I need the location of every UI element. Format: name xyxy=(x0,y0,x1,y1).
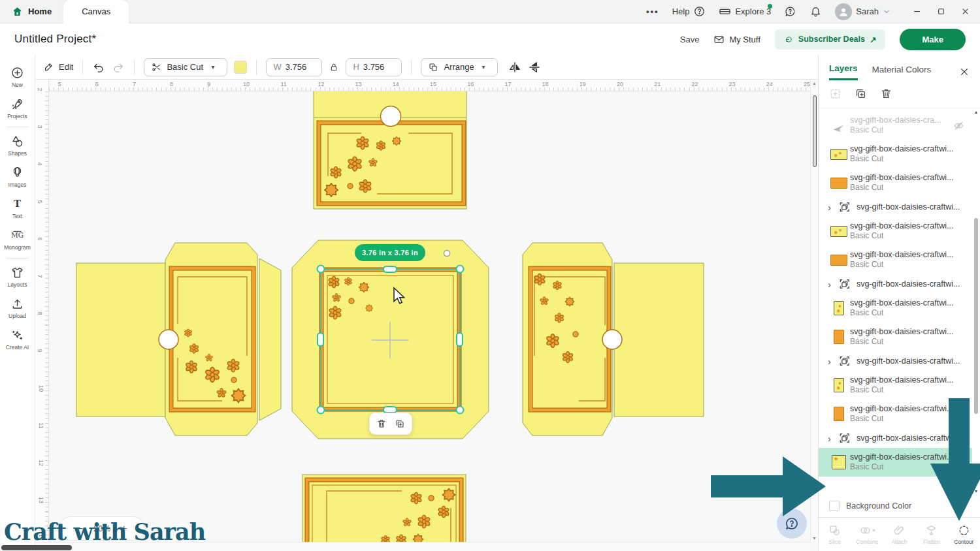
canvas-vertical-scrollbar[interactable]: ▲ ▼ xyxy=(810,80,818,542)
save-button[interactable]: Save xyxy=(680,35,700,44)
chevron-right-icon[interactable]: › xyxy=(828,279,837,290)
my-stuff-button[interactable]: My Stuff xyxy=(713,34,760,45)
close-panel-icon[interactable] xyxy=(959,67,970,77)
sidebar-item-images[interactable]: Images xyxy=(0,161,35,193)
make-button[interactable]: Make xyxy=(900,29,966,50)
color-swatch[interactable] xyxy=(234,61,247,74)
sidebar-item-new[interactable]: New xyxy=(0,61,35,93)
layer-row[interactable]: svg-gift-box-daisies-cra...Basic Cut xyxy=(819,111,972,140)
duplicate-layer-icon[interactable] xyxy=(855,87,867,100)
layer-row[interactable]: svg-gift-box-daisies-craftwi...Basic Cut xyxy=(819,448,972,477)
layer-row[interactable]: svg-gift-box-daisies-craftwi...Basic Cut xyxy=(819,217,972,245)
combine-button[interactable]: ▾Combine xyxy=(851,518,883,551)
resize-handle-s[interactable] xyxy=(384,407,397,413)
tab-layers[interactable]: Layers xyxy=(829,63,858,80)
redo-button[interactable] xyxy=(112,61,125,74)
window-maximize-button[interactable] xyxy=(937,7,945,16)
arrange-select[interactable]: Arrange ▾ xyxy=(421,58,498,76)
sidebar-item-monogram[interactable]: MGMonogram xyxy=(0,224,35,255)
layer-group-row[interactable]: ›svg-gift-box-daisies-craftwi... xyxy=(819,428,972,448)
gift-box-piece-top[interactable] xyxy=(314,91,466,209)
chevron-right-icon[interactable]: › xyxy=(828,356,837,367)
layer-group-row[interactable]: ›svg-gift-box-daisies-craftwi... xyxy=(819,351,972,371)
group-icon xyxy=(838,200,851,213)
delete-icon[interactable] xyxy=(376,418,387,429)
sidebar-item-shapes[interactable]: Shapes xyxy=(0,130,35,161)
duplicate-icon[interactable] xyxy=(395,418,405,429)
design-canvas[interactable]: 5678910111213141516171819202122232425 23… xyxy=(35,80,818,551)
layer-row[interactable]: svg-gift-box-daisies-craftwi...Basic Cut xyxy=(819,245,972,274)
resize-handle-e[interactable] xyxy=(457,333,463,346)
ruler-number: 23 xyxy=(729,81,736,87)
resize-handle-w[interactable] xyxy=(318,333,323,346)
feedback-chat-icon[interactable] xyxy=(784,5,796,18)
panel-scrollbar[interactable]: ▲ ▼ xyxy=(973,108,979,495)
sidebar-item-text[interactable]: TText xyxy=(0,193,35,224)
layer-row[interactable]: svg-gift-box-daisies-craftwi...Basic Cut xyxy=(819,140,972,168)
lock-aspect-icon[interactable] xyxy=(329,62,339,72)
scroll-down-icon[interactable]: ▼ xyxy=(812,536,817,541)
notifications-bell-icon[interactable] xyxy=(809,5,822,18)
layer-row[interactable]: svg-gift-box-daisies-craftwi...Basic Cut xyxy=(819,371,972,400)
layer-linetype: Basic Cut xyxy=(850,154,968,164)
subscriber-deals-button[interactable]: Subscriber Deals ↗ xyxy=(775,29,886,50)
attach-button[interactable]: Attach xyxy=(883,518,915,551)
flatten-button[interactable]: Flatten xyxy=(915,518,947,551)
rotate-handle[interactable] xyxy=(444,251,450,257)
layer-group-row[interactable]: ›svg-gift-box-daisies-craftwi... xyxy=(819,274,972,294)
layer-row[interactable]: svg-gift-box-daisies-craftwi...Basic Cut xyxy=(819,294,972,323)
help-menu[interactable]: Help xyxy=(672,5,706,18)
sidebar-item-projects[interactable]: Projects xyxy=(0,93,35,124)
flip-horizontal-button[interactable] xyxy=(508,61,521,74)
scrollbar-thumb[interactable] xyxy=(813,95,817,167)
user-menu[interactable]: Sarah xyxy=(835,3,890,20)
flip-vertical-button[interactable] xyxy=(528,61,541,74)
slice-button[interactable]: Slice xyxy=(819,518,851,551)
machine-selector[interactable]: Explore 3 xyxy=(719,5,771,18)
sidebar-item-upload[interactable]: Upload xyxy=(0,292,35,324)
window-close-button[interactable] xyxy=(961,7,970,16)
layer-group-row[interactable]: ›svg-gift-box-daisies-craftwi... xyxy=(819,197,972,217)
width-field[interactable]: W 3.756 xyxy=(266,58,322,76)
resize-handle-sw[interactable] xyxy=(318,407,325,414)
chevron-right-icon[interactable]: › xyxy=(828,202,837,213)
gift-box-piece-bottom[interactable] xyxy=(302,475,466,551)
sidebar-item-layouts[interactable]: Layouts xyxy=(0,261,35,292)
sidebar-item-create-ai[interactable]: Create AI xyxy=(0,324,35,355)
scroll-up-icon[interactable]: ▲ xyxy=(812,81,817,86)
resize-handle-se[interactable] xyxy=(457,407,464,414)
visibility-off-icon[interactable] xyxy=(953,120,964,131)
contour-button[interactable]: Contour xyxy=(948,518,980,551)
gift-box-piece-left[interactable] xyxy=(76,243,281,435)
delete-layer-icon[interactable] xyxy=(880,87,892,100)
layer-row[interactable]: svg-gift-box-daisies-craftwi...Basic Cut xyxy=(819,400,972,428)
layer-row[interactable]: svg-gift-box-daisies-craftwi...Basic Cut xyxy=(819,323,972,351)
layers-panel: Layers Material Colors ▲ ▼ svg-gift-box-… xyxy=(818,55,980,551)
scrollbar-thumb[interactable] xyxy=(974,218,978,414)
canvas-tab[interactable]: Canvas xyxy=(63,0,129,24)
resize-handle-nw[interactable] xyxy=(318,266,325,273)
linetype-select[interactable]: Basic Cut ▾ xyxy=(144,58,227,76)
gift-box-piece-center-selected[interactable] xyxy=(292,240,489,439)
horizontal-scrollbar-thumb[interactable] xyxy=(1,545,72,550)
scroll-up-icon[interactable]: ▲ xyxy=(974,110,979,114)
gift-box-piece-right[interactable] xyxy=(523,243,704,435)
scroll-down-icon[interactable]: ▼ xyxy=(974,489,979,494)
home-tab[interactable]: Home xyxy=(0,0,63,24)
action-label: Attach xyxy=(891,539,907,545)
undo-button[interactable] xyxy=(92,61,105,74)
overflow-menu-button[interactable]: ••• xyxy=(646,7,659,16)
thumb-notch xyxy=(159,330,178,349)
chevron-right-icon[interactable]: › xyxy=(828,433,837,444)
window-minimize-button[interactable] xyxy=(913,7,921,16)
select-all-icon[interactable] xyxy=(829,87,841,100)
resize-handle-n[interactable] xyxy=(384,266,397,272)
background-color-checkbox[interactable] xyxy=(829,501,840,511)
edit-button[interactable]: Edit xyxy=(43,61,73,72)
tab-material-colors[interactable]: Material Colors xyxy=(872,65,932,80)
resize-handle-ne[interactable] xyxy=(457,266,464,273)
help-bubble-button[interactable] xyxy=(777,509,807,539)
height-field[interactable]: H 3.756 xyxy=(346,58,402,76)
layer-row[interactable]: svg-gift-box-daisies-craftwi...Basic Cut xyxy=(819,168,972,197)
watermark: Craft with Sarah xyxy=(4,518,205,545)
